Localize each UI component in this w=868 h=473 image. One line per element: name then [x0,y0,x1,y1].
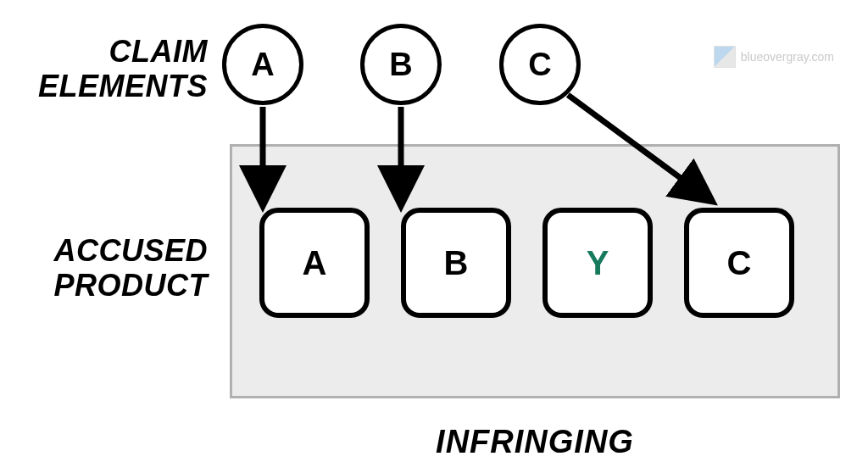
watermark-text: blueovergray.com [741,50,834,64]
claim-circle-c: C [499,24,581,105]
watermark-icon [714,46,736,68]
verdict-label: INFRINGING [230,424,840,460]
claim-circle-b: B [360,24,442,105]
product-square-c: C [684,208,794,318]
watermark: blueovergray.com [714,46,834,68]
claim-circle-a: A [222,24,303,105]
product-square-y: Y [542,208,653,318]
product-square-b: B [401,208,511,318]
product-square-a: A [259,208,370,318]
claim-elements-label: CLAIM ELEMENTS [8,34,208,104]
accused-product-label: ACCUSED PRODUCT [8,233,208,303]
